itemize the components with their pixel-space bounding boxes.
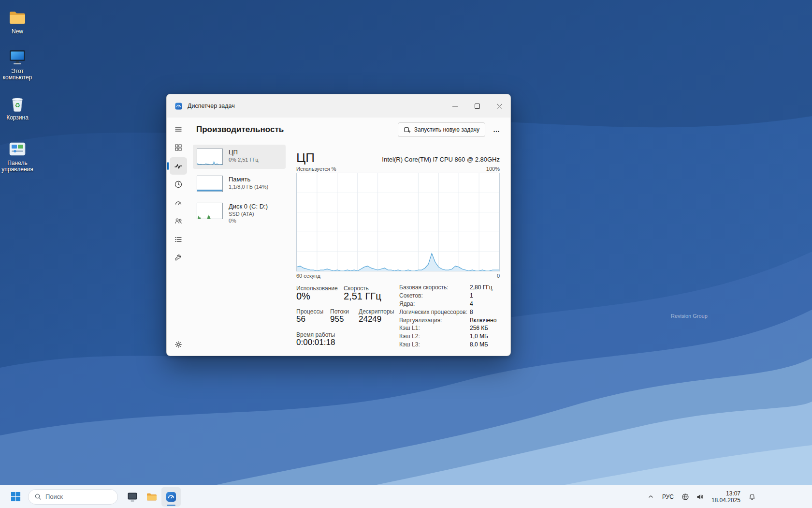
menu-toggle-button[interactable] <box>170 120 187 138</box>
stat-label: Потоки <box>330 308 349 315</box>
perf-item-name: ЦП <box>229 149 259 156</box>
desktop-icon-label: Этот компьютер <box>0 68 35 81</box>
globe-icon <box>682 493 689 501</box>
memory-mini-band <box>197 190 222 192</box>
cpu-detail-pane: ЦП Intel(R) Core(TM) i7 CPU 860 @ 2.80GH… <box>296 145 500 356</box>
performance-metric-list: ЦП 0% 2,51 ГГц Память 1,1/8,0 ГБ (14%) <box>193 145 286 231</box>
cpu-usage-chart <box>296 173 500 271</box>
detail-label: Логических процессоров: <box>399 309 470 317</box>
nav-app-history[interactable] <box>170 176 187 193</box>
cpu-details-table: Базовая скорость:2,80 ГГц Сокетов:1 Ядра… <box>399 284 496 349</box>
search-icon <box>34 493 42 500</box>
perf-item-disk[interactable]: Диск 0 (C: D:) SSD (ATA) 0% <box>193 199 286 228</box>
stat-value-uptime: 0:00:01:18 <box>296 338 335 347</box>
language-indicator[interactable]: РУС <box>659 488 677 506</box>
new-task-icon <box>404 126 411 134</box>
network-indicator[interactable] <box>680 488 691 506</box>
start-button[interactable] <box>7 488 24 506</box>
more-options-button[interactable]: … <box>489 122 504 137</box>
taskbar-clock[interactable]: 13:07 18.04.2025 <box>709 490 743 504</box>
nav-processes[interactable] <box>170 139 187 156</box>
perf-item-detail2: 0% <box>229 217 268 224</box>
close-button[interactable] <box>488 94 510 118</box>
folder-icon <box>146 491 158 503</box>
taskbar: РУС 13:07 18.04.2025 <box>0 485 812 508</box>
desktop-icon-control-panel[interactable]: Панель управления <box>0 139 35 173</box>
detail-label: Кэш L3: <box>399 341 470 349</box>
navigation-rail <box>167 118 190 356</box>
services-wrench-icon <box>174 254 183 262</box>
perf-item-detail: SSD (ATA) <box>229 210 268 217</box>
chevron-up-icon <box>647 493 654 500</box>
detail-label: Сокетов: <box>399 292 470 300</box>
taskbar-search[interactable] <box>28 489 118 505</box>
nav-services[interactable] <box>170 249 187 267</box>
perf-item-cpu[interactable]: ЦП 0% 2,51 ГГц <box>193 145 286 169</box>
perf-item-name: Память <box>229 176 268 183</box>
detail-value: 1,0 МБ <box>470 333 496 341</box>
detail-label: Виртуализация: <box>399 317 470 325</box>
perf-item-detail: 0% 2,51 ГГц <box>229 156 259 163</box>
watermark: Revision Group <box>671 313 708 319</box>
desktop-icon-label: Панель управления <box>0 160 35 173</box>
nav-startup-apps[interactable] <box>170 194 187 211</box>
computer-icon <box>8 47 27 67</box>
titlebar[interactable]: Диспетчер задач <box>167 94 510 118</box>
stat-label: Процессы <box>296 308 323 315</box>
bell-icon <box>748 493 756 501</box>
perf-item-detail: 1,1/8,0 ГБ (14%) <box>229 183 268 190</box>
detail-label: Базовая скорость: <box>399 284 470 292</box>
desktop-icon-new-folder[interactable]: New <box>0 8 35 35</box>
stat-value-handles: 24249 <box>359 314 381 324</box>
desktop-icon-this-pc[interactable]: Этот компьютер <box>0 47 35 81</box>
cpu-model: Intel(R) Core(TM) i7 CPU 860 @ 2.80GHz <box>382 156 500 164</box>
taskbar-app-task-manager[interactable] <box>161 487 181 507</box>
stat-label: Дескрипторы <box>359 308 394 315</box>
folder-icon <box>8 8 27 27</box>
details-list-icon <box>174 235 183 244</box>
desktop-icon-recycle-bin[interactable]: ♻ Корзина <box>0 94 35 121</box>
nav-users[interactable] <box>170 212 187 230</box>
chart-axis-right: 0 <box>497 273 500 279</box>
taskbar-app-file-explorer[interactable] <box>142 487 161 507</box>
stat-value-processes: 56 <box>296 314 305 324</box>
maximize-button[interactable] <box>466 94 488 118</box>
detail-value: 2,80 ГГц <box>470 284 496 292</box>
active-app-indicator <box>167 505 175 506</box>
content-area: Производительность Запустить новую задач… <box>190 118 510 356</box>
minimize-button[interactable] <box>444 94 466 118</box>
cpu-heading: ЦП <box>296 151 315 164</box>
memory-mini-chart <box>197 176 223 192</box>
stat-value-usage: 0% <box>296 291 310 302</box>
stat-label: Время работы <box>296 331 335 338</box>
run-new-task-button[interactable]: Запустить новую задачу <box>398 122 485 137</box>
clock-time: 13:07 <box>711 490 740 497</box>
clock-date: 18.04.2025 <box>711 497 740 504</box>
task-manager-window: Диспетчер задач <box>166 94 511 356</box>
detail-value: 1 <box>470 292 496 300</box>
notification-center-button[interactable] <box>746 488 758 506</box>
detail-value: 8,0 МБ <box>470 341 496 349</box>
speaker-icon <box>696 493 704 501</box>
perf-item-memory[interactable]: Память 1,1/8,0 ГБ (14%) <box>193 172 286 196</box>
run-new-task-label: Запустить новую задачу <box>414 126 479 133</box>
nav-performance[interactable] <box>170 157 187 175</box>
windows-logo-icon <box>11 492 21 502</box>
tray-overflow-button[interactable] <box>645 488 656 506</box>
nav-settings[interactable] <box>170 336 187 353</box>
gear-icon <box>174 340 183 349</box>
search-input[interactable] <box>45 493 103 500</box>
dark-monitor-icon <box>127 491 138 503</box>
system-tray: РУС 13:07 18.04.2025 <box>645 485 758 508</box>
nav-details[interactable] <box>170 231 187 248</box>
control-panel-icon <box>8 139 27 159</box>
volume-indicator[interactable] <box>694 488 706 506</box>
desktop-icon-label: Корзина <box>0 115 35 121</box>
detail-value: 256 КБ <box>470 325 496 333</box>
chart-max-label: 100% <box>486 166 500 172</box>
detail-value: 8 <box>470 309 496 317</box>
desktop-icon-label: New <box>0 29 35 35</box>
task-manager-app-icon <box>174 102 183 110</box>
taskbar-app-dark-window[interactable] <box>123 487 142 507</box>
users-icon <box>174 217 183 225</box>
